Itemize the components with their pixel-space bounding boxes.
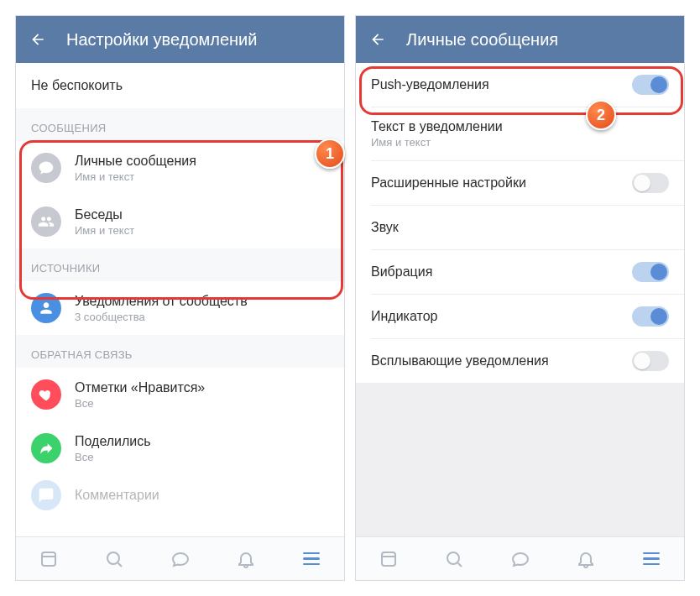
row-communities[interactable]: Уведомления от сообществ 3 сообщества: [16, 281, 344, 335]
indicator-title: Индикатор: [371, 309, 619, 324]
shares-title: Поделились: [75, 434, 329, 449]
row-advanced[interactable]: Расширенные настройки: [356, 161, 684, 205]
nav-menu-icon[interactable]: [619, 537, 684, 580]
group-icon: [31, 207, 61, 237]
toggle-vibration[interactable]: [632, 262, 669, 282]
chats-title: Беседы: [75, 207, 329, 222]
chats-sub: Имя и текст: [75, 224, 329, 237]
bottom-nav-left: [16, 536, 344, 580]
nav-notifications-icon[interactable]: [213, 537, 279, 580]
nav-menu-icon[interactable]: [279, 537, 344, 580]
sound-title: Звук: [371, 220, 669, 235]
phone-left: Настройки уведомлений Не беспокоить СООБ…: [15, 15, 345, 581]
row-indicator[interactable]: Индикатор: [356, 295, 684, 338]
section-sources: ИСТОЧНИКИ: [16, 248, 344, 281]
empty-area: [356, 383, 684, 536]
dnd-label: Не беспокоить: [31, 78, 123, 93]
row-chats[interactable]: Беседы Имя и текст: [16, 195, 344, 248]
nav-search-icon[interactable]: [81, 537, 147, 580]
advanced-title: Расширенные настройки: [371, 175, 619, 191]
row-vibration[interactable]: Вибрация: [356, 250, 684, 294]
shares-sub: Все: [75, 451, 329, 463]
communities-title: Уведомления от сообществ: [75, 294, 329, 309]
communities-sub: 3 сообщества: [75, 311, 329, 323]
row-do-not-disturb[interactable]: Не беспокоить: [16, 63, 344, 108]
row-popup[interactable]: Всплывающие уведомления: [356, 339, 684, 383]
nav-news-icon[interactable]: [16, 537, 81, 580]
svg-rect-0: [42, 552, 55, 566]
content-right: Push-уведомления Текст в уведомлении Имя…: [356, 63, 684, 536]
likes-title: Отметки «Нравится»: [75, 380, 329, 395]
personal-sub: Имя и текст: [75, 170, 329, 183]
appbar-left: Настройки уведомлений: [16, 16, 344, 63]
row-shares[interactable]: Поделились Все: [16, 421, 344, 475]
svg-point-3: [447, 552, 459, 564]
comment-icon: [31, 480, 61, 510]
back-icon[interactable]: [29, 31, 46, 48]
row-text-in-notif[interactable]: Текст в уведомлении Имя и текст: [356, 107, 684, 160]
likes-sub: Все: [75, 397, 329, 410]
svg-rect-2: [382, 552, 395, 566]
personal-title: Личные сообщения: [75, 154, 329, 169]
nav-news-icon[interactable]: [356, 537, 421, 580]
comments-title: Комментарии: [75, 488, 329, 503]
heart-icon: [31, 379, 61, 410]
push-title: Push-уведомления: [371, 77, 619, 92]
popup-title: Всплывающие уведомления: [371, 353, 619, 369]
share-icon: [31, 433, 61, 463]
svg-point-1: [107, 552, 119, 564]
bottom-nav-right: [356, 536, 684, 580]
text-sub: Имя и текст: [371, 136, 669, 149]
phone-right: Личные сообщения Push-уведомления Текст …: [355, 15, 685, 581]
back-icon[interactable]: [369, 31, 386, 48]
content-left: Не беспокоить СООБЩЕНИЯ Личные сообщения…: [16, 63, 344, 536]
toggle-push[interactable]: [632, 75, 669, 95]
row-likes[interactable]: Отметки «Нравится» Все: [16, 368, 344, 421]
row-push[interactable]: Push-уведомления: [356, 63, 684, 107]
row-sound[interactable]: Звук: [356, 206, 684, 249]
community-icon: [31, 293, 61, 323]
vibration-title: Вибрация: [371, 264, 619, 280]
section-messages: СООБЩЕНИЯ: [16, 108, 344, 141]
text-title: Текст в уведомлении: [371, 119, 669, 134]
toggle-advanced[interactable]: [632, 173, 669, 193]
appbar-title: Настройки уведомлений: [66, 30, 257, 50]
nav-messages-icon[interactable]: [487, 537, 552, 580]
nav-notifications-icon[interactable]: [553, 537, 619, 580]
row-comments[interactable]: Комментарии: [16, 475, 344, 510]
toggle-indicator[interactable]: [632, 306, 669, 327]
badge-2: 2: [586, 100, 616, 130]
badge-1: 1: [315, 139, 345, 169]
toggle-popup[interactable]: [632, 351, 669, 371]
appbar-right: Личные сообщения: [356, 16, 684, 63]
nav-messages-icon[interactable]: [147, 537, 212, 580]
chat-bubble-icon: [31, 153, 61, 183]
nav-search-icon[interactable]: [421, 537, 487, 580]
section-feedback: ОБРАТНАЯ СВЯЗЬ: [16, 335, 344, 368]
row-personal-messages[interactable]: Личные сообщения Имя и текст: [16, 141, 344, 195]
appbar-title: Личные сообщения: [406, 30, 558, 50]
